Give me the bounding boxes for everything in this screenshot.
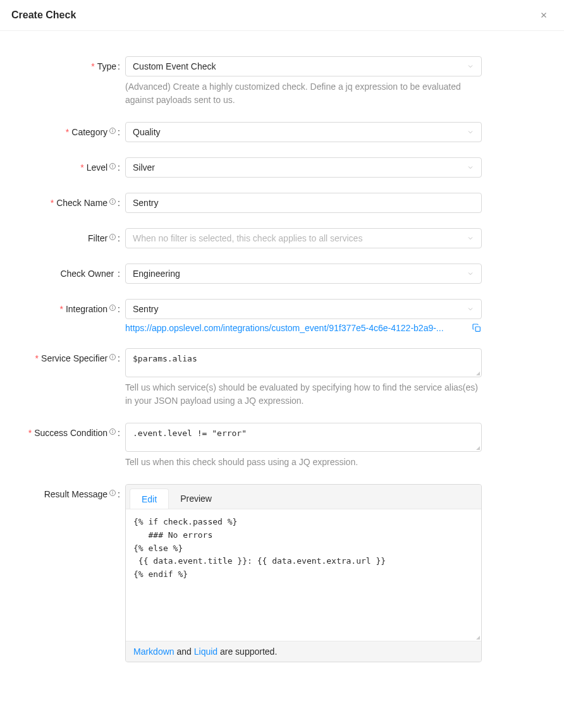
required-star: * bbox=[51, 198, 54, 208]
row-level: *Level: Silver bbox=[19, 157, 482, 178]
required-star: * bbox=[59, 304, 63, 314]
svg-point-5 bbox=[113, 200, 113, 201]
info-icon[interactable] bbox=[109, 489, 116, 497]
integration-url-link[interactable]: https://app.opslevel.com/integrations/cu… bbox=[125, 323, 467, 333]
label-level: *Level: bbox=[19, 157, 125, 174]
info-icon[interactable] bbox=[109, 127, 116, 135]
resize-handle-icon[interactable] bbox=[474, 370, 481, 376]
success-condition-textarea[interactable]: .event.level != "error" bbox=[125, 423, 482, 452]
chevron-down-icon bbox=[467, 128, 474, 136]
close-icon[interactable] bbox=[539, 10, 549, 20]
liquid-link[interactable]: Liquid bbox=[194, 646, 218, 657]
markdown-link[interactable]: Markdown bbox=[133, 646, 175, 657]
label-integration: *Integration: bbox=[19, 299, 125, 316]
svg-point-9 bbox=[113, 306, 113, 307]
label-filter: Filter: bbox=[19, 228, 125, 245]
info-icon[interactable] bbox=[109, 304, 116, 312]
level-select[interactable]: Silver bbox=[125, 157, 482, 178]
svg-point-3 bbox=[113, 165, 113, 166]
label-result-message: Result Message: bbox=[19, 484, 125, 501]
chevron-down-icon bbox=[467, 164, 474, 171]
editor-footer: Markdown and Liquid are supported. bbox=[126, 641, 481, 662]
modal-body: *Type: Custom Event Check (Advanced) Cre… bbox=[0, 31, 564, 703]
result-message-textarea[interactable]: {% if check.passed %} ### No errors {% e… bbox=[126, 509, 481, 641]
required-star: * bbox=[91, 61, 94, 71]
check-name-input[interactable]: Sentry bbox=[125, 193, 482, 213]
result-message-editor: Edit Preview {% if check.passed %} ### N… bbox=[125, 484, 482, 662]
info-icon[interactable] bbox=[109, 162, 116, 170]
success-condition-help: Tell us when this check should pass usin… bbox=[125, 456, 482, 469]
service-specifier-help: Tell us which service(s) should be evalu… bbox=[125, 381, 482, 408]
label-check-name: *Check Name: bbox=[19, 193, 125, 210]
row-result-message: Result Message: Edit Preview {% if check… bbox=[19, 484, 482, 662]
label-success-condition: *Success Condition: bbox=[19, 423, 125, 440]
row-category: *Category: Quality bbox=[19, 122, 482, 142]
row-success-condition: *Success Condition: .event.level != "err… bbox=[19, 423, 482, 469]
info-icon[interactable] bbox=[109, 233, 116, 241]
type-select[interactable]: Custom Event Check bbox=[125, 56, 482, 76]
svg-point-7 bbox=[113, 236, 113, 236]
filter-select[interactable]: When no filter is selected, this check a… bbox=[125, 228, 482, 248]
tab-preview[interactable]: Preview bbox=[169, 488, 223, 509]
integration-select[interactable]: Sentry bbox=[125, 299, 482, 319]
label-category: *Category: bbox=[19, 122, 125, 139]
svg-point-12 bbox=[113, 356, 113, 356]
info-icon[interactable] bbox=[109, 353, 116, 361]
row-type: *Type: Custom Event Check (Advanced) Cre… bbox=[19, 56, 482, 107]
modal-title: Create Check bbox=[11, 9, 76, 21]
row-service-specifier: *Service Specifier: $params.alias Tell u… bbox=[19, 348, 482, 408]
chevron-down-icon bbox=[467, 305, 474, 313]
required-star: * bbox=[28, 428, 32, 438]
resize-handle-icon[interactable] bbox=[474, 634, 481, 640]
tab-edit[interactable]: Edit bbox=[130, 488, 169, 509]
row-integration: *Integration: Sentry https://app.opsleve… bbox=[19, 299, 482, 333]
chevron-down-icon bbox=[467, 63, 474, 70]
copy-icon[interactable] bbox=[472, 323, 482, 333]
info-icon[interactable] bbox=[109, 428, 116, 435]
svg-point-16 bbox=[113, 492, 113, 492]
resize-handle-icon[interactable] bbox=[474, 444, 481, 451]
category-select[interactable]: Quality bbox=[125, 122, 482, 142]
row-check-name: *Check Name: Sentry bbox=[19, 193, 482, 213]
service-specifier-textarea[interactable]: $params.alias bbox=[125, 348, 482, 377]
label-check-owner: Check Owner : bbox=[19, 264, 125, 281]
info-icon[interactable] bbox=[109, 198, 116, 205]
modal-header: Create Check bbox=[0, 0, 564, 31]
svg-rect-10 bbox=[475, 327, 480, 331]
svg-point-14 bbox=[113, 430, 113, 431]
check-owner-select[interactable]: Engineering bbox=[125, 264, 482, 284]
row-filter: Filter: When no filter is selected, this… bbox=[19, 228, 482, 248]
label-service-specifier: *Service Specifier: bbox=[19, 348, 125, 365]
row-check-owner: Check Owner : Engineering bbox=[19, 264, 482, 284]
label-type: *Type: bbox=[19, 56, 125, 73]
chevron-down-icon bbox=[467, 234, 474, 242]
integration-url-row: https://app.opslevel.com/integrations/cu… bbox=[125, 323, 482, 333]
chevron-down-icon bbox=[467, 270, 474, 277]
required-star: * bbox=[66, 127, 69, 137]
type-help: (Advanced) Create a highly customized ch… bbox=[125, 80, 482, 107]
required-star: * bbox=[80, 162, 83, 173]
svg-point-1 bbox=[113, 130, 113, 130]
editor-tabs: Edit Preview bbox=[126, 485, 481, 509]
required-star: * bbox=[35, 353, 39, 363]
